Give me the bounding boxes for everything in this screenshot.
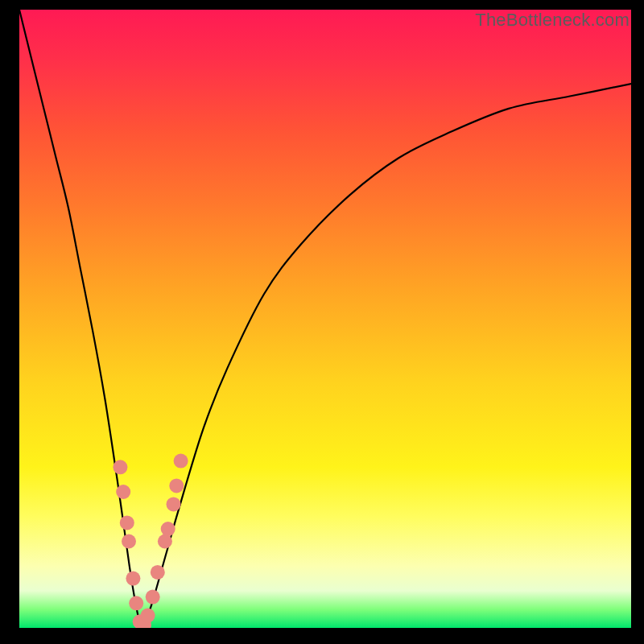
marker-group [113, 454, 188, 628]
data-marker [161, 522, 175, 536]
data-marker [151, 565, 165, 580]
data-marker [169, 478, 184, 493]
data-marker [129, 596, 143, 610]
chart-plot-area [19, 10, 631, 628]
chart-frame: TheBottleneck.com [0, 0, 644, 644]
bottleneck-curve [19, 10, 631, 628]
data-marker [174, 454, 188, 469]
data-marker [146, 590, 160, 605]
data-marker [113, 460, 127, 474]
watermark-text: TheBottleneck.com [475, 10, 630, 31]
data-marker [167, 497, 181, 511]
data-marker [116, 485, 130, 499]
data-marker [120, 515, 134, 530]
data-marker [126, 572, 140, 586]
data-marker [141, 609, 155, 623]
data-marker [158, 535, 172, 549]
chart-svg [19, 10, 631, 628]
data-marker [122, 535, 136, 549]
